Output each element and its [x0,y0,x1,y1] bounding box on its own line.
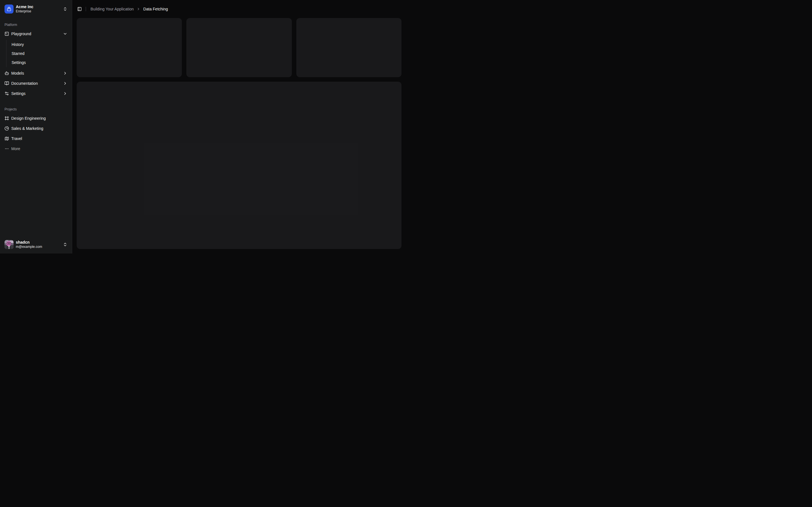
breadcrumb: Building Your Application Data Fetching [91,7,168,11]
sidebar-item-sales-marketing[interactable]: Sales & Marketing [2,124,70,133]
sidebar-group-projects: Projects Design Engineering Sales & Mark… [0,103,72,156]
team-plan: Enterprise [16,10,61,13]
sidebar-header: Acme Inc Enterprise [0,0,72,18]
chevron-right-icon [137,7,140,11]
sidebar-subitem-starred[interactable]: Starred [9,50,70,57]
team-switcher-button[interactable]: Acme Inc Enterprise [2,2,70,16]
bot-icon [4,71,9,75]
breadcrumb-parent[interactable]: Building Your Application [91,7,134,11]
chevrons-up-down-icon [63,7,67,11]
placeholder-card [296,18,402,77]
placeholder-panel [77,82,402,249]
playground-submenu: History Starred Settings [6,40,70,67]
sidebar-item-design-engineering[interactable]: Design Engineering [2,114,70,123]
sidebar-footer: shadcn m@example.com [0,235,72,253]
user-email: m@example.com [16,245,61,249]
user-meta: shadcn m@example.com [16,240,61,249]
user-menu-button[interactable]: shadcn m@example.com [2,238,70,251]
chevron-right-icon [63,71,67,75]
chevron-right-icon [63,91,67,96]
sidebar-item-travel[interactable]: Travel [2,134,70,143]
sidebar-content: Platform Playground History [0,18,72,235]
sidebar-item-playground[interactable]: Playground [2,29,70,38]
sidebar-toggle-button[interactable] [75,5,84,13]
team-name: Acme Inc [16,5,61,9]
sidebar-item-more[interactable]: More [2,144,70,153]
pie-chart-icon [4,126,9,131]
book-open-icon [4,81,9,86]
user-name: shadcn [16,240,61,244]
placeholder-cards-row [77,18,402,77]
sidebar-group-platform: Platform Playground History [0,18,72,100]
panel-left-icon [77,7,82,11]
placeholder-card [186,18,292,77]
group-label-platform: Platform [2,20,70,29]
sidebar-subitem-settings[interactable]: Settings [9,59,70,66]
team-meta: Acme Inc Enterprise [16,5,61,13]
square-terminal-icon [4,32,9,36]
chevrons-up-down-icon [63,242,67,247]
sidebar: Acme Inc Enterprise Platform Playground [0,0,72,253]
page-content [72,18,406,253]
map-icon [4,136,9,141]
sidebar-subitem-history[interactable]: History [9,41,70,48]
placeholder-card [77,18,182,77]
avatar [4,240,13,249]
chevron-down-icon [63,32,67,36]
sliders-icon [4,91,9,96]
sidebar-item-models[interactable]: Models [2,69,70,78]
ellipsis-icon [4,147,9,151]
chevron-right-icon [63,81,67,86]
gallery-vertical-end-icon [4,4,13,13]
main-area: Building Your Application Data Fetching [72,0,406,253]
frame-icon [4,116,9,121]
topbar: Building Your Application Data Fetching [72,0,406,18]
sidebar-item-documentation[interactable]: Documentation [2,79,70,88]
group-label-projects: Projects [2,105,70,114]
vertical-separator [86,7,86,11]
sidebar-item-settings[interactable]: Settings [2,89,70,98]
breadcrumb-current: Data Fetching [143,7,168,11]
projects-menu: Design Engineering Sales & Marketing Tra… [2,114,70,153]
platform-menu: Playground History Starred Settings [2,29,70,98]
